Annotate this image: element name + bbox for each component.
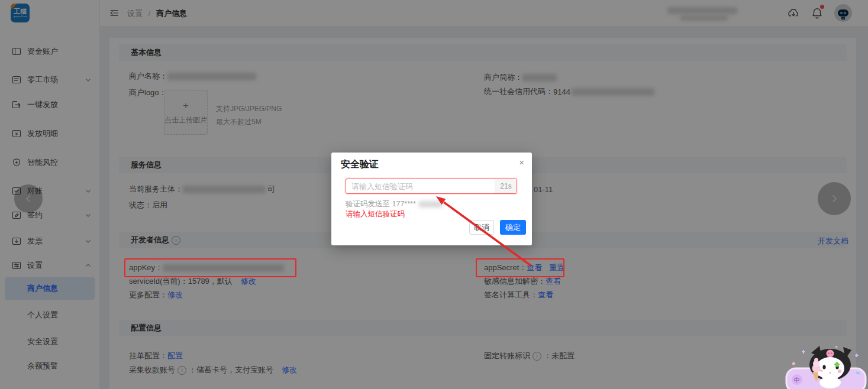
- modal-title: 安全验证: [341, 158, 379, 171]
- confirm-button[interactable]: 确定: [500, 220, 526, 235]
- code-sent-text: 验证码发送至 177****: [346, 199, 443, 209]
- cancel-button[interactable]: 取消: [469, 220, 494, 235]
- close-icon[interactable]: ×: [519, 157, 524, 167]
- validation-error-text: 请输入短信验证码: [346, 209, 405, 219]
- code-sent-label: 验证码发送至 177****: [346, 200, 416, 208]
- sms-code-field: 21s: [346, 179, 517, 194]
- app-screen: 工猫 gongmall.com 资金账户 零工市场 一键发放 ¥ 发放明细 智能…: [0, 0, 868, 389]
- sms-code-input[interactable]: [346, 179, 495, 193]
- countdown-timer: 21s: [495, 179, 517, 193]
- security-verification-modal: 安全验证 × 21s 验证码发送至 177**** 请输入短信验证码 取消 确定: [331, 153, 532, 245]
- redacted-phone: [419, 201, 443, 208]
